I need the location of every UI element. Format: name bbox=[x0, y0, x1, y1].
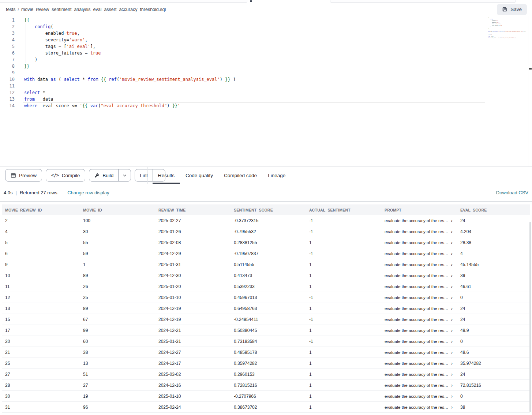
expand-prompt-icon[interactable]: › bbox=[451, 361, 453, 366]
cell: 21 bbox=[2, 350, 80, 355]
expand-prompt-icon[interactable]: › bbox=[451, 273, 453, 278]
expand-prompt-icon[interactable]: › bbox=[451, 339, 453, 344]
code-line[interactable]: where eval_score <= '{{ var("eval_accura… bbox=[488, 37, 528, 39]
code-line[interactable]: ) bbox=[24, 56, 236, 63]
code-content[interactable]: {{ config( enabled=true, severity='warn'… bbox=[24, 17, 236, 109]
tab-results[interactable]: Results bbox=[153, 167, 180, 184]
expand-prompt-icon[interactable]: › bbox=[451, 251, 453, 256]
expand-prompt-icon[interactable]: › bbox=[451, 295, 453, 300]
table-row: 12252025-01-100.45967013-1evaluate the a… bbox=[2, 292, 530, 303]
build-button[interactable]: Build bbox=[89, 169, 118, 181]
expand-prompt-icon[interactable]: › bbox=[451, 372, 453, 377]
prompt-cell[interactable]: evaluate the accuracy of the res…› bbox=[382, 317, 457, 322]
code-line[interactable] bbox=[24, 83, 236, 89]
code-line[interactable]: where eval_score <= '{{ var("eval_accura… bbox=[24, 102, 236, 109]
editor-minimap[interactable]: {{ config( enabled=true, severity='warn'… bbox=[488, 17, 528, 39]
code-line[interactable]: {{ bbox=[24, 17, 236, 23]
results-scrollbar-thumb[interactable] bbox=[529, 222, 531, 412]
tab-lineage[interactable]: Lineage bbox=[262, 167, 291, 184]
editor-scrollbar-thumb[interactable] bbox=[529, 68, 532, 70]
code-editor[interactable]: 1234567891011121314 {{ config( enabled=t… bbox=[0, 16, 532, 167]
expand-prompt-icon[interactable]: › bbox=[451, 284, 453, 289]
expand-prompt-icon[interactable]: › bbox=[451, 328, 453, 333]
prompt-cell[interactable]: evaluate the accuracy of the res…› bbox=[382, 405, 457, 410]
prompt-cell[interactable]: evaluate the accuracy of the res…› bbox=[382, 251, 457, 256]
expand-prompt-icon[interactable]: › bbox=[451, 383, 453, 388]
code-line[interactable]: }} bbox=[24, 63, 236, 70]
status-separator: | bbox=[16, 190, 17, 195]
toolbar-divider bbox=[147, 167, 148, 184]
line-number: 5 bbox=[0, 43, 15, 50]
code-line[interactable]: select * bbox=[24, 89, 236, 96]
build-dropdown-button[interactable] bbox=[118, 169, 131, 181]
cell: 0.5114555 bbox=[231, 262, 306, 267]
column-header-review_time[interactable]: REVIEW_TIME bbox=[156, 208, 231, 212]
column-header-sentiment_score[interactable]: SENTIMENT_SCORE bbox=[231, 208, 306, 212]
build-label: Build bbox=[102, 173, 113, 178]
prompt-text: evaluate the accuracy of the res… bbox=[385, 273, 449, 278]
column-header-prompt[interactable]: PROMPT bbox=[382, 208, 457, 212]
prompt-cell[interactable]: evaluate the accuracy of the res…› bbox=[382, 218, 457, 223]
column-header-movie_review_id[interactable]: MOVIE_REVIEW_ID bbox=[2, 208, 80, 212]
compile-button[interactable]: </> Compile bbox=[46, 169, 85, 182]
save-button[interactable]: Save bbox=[497, 4, 527, 15]
tab-code-quality[interactable]: Code quality bbox=[180, 167, 218, 184]
prompt-cell[interactable]: evaluate the accuracy of the res…› bbox=[382, 273, 457, 278]
prompt-cell[interactable]: evaluate the accuracy of the res…› bbox=[382, 295, 457, 300]
cell: 89 bbox=[80, 306, 156, 311]
prompt-cell[interactable]: evaluate the accuracy of the res…› bbox=[382, 306, 457, 311]
expand-prompt-icon[interactable]: › bbox=[451, 229, 453, 234]
code-line[interactable]: store_failures = true bbox=[24, 50, 236, 56]
prompt-cell[interactable]: evaluate the accuracy of the res…› bbox=[382, 372, 457, 377]
download-csv-link[interactable]: Download CSV bbox=[496, 190, 528, 195]
table-row: 21002025-02-27-0.37372315-1evaluate the … bbox=[2, 215, 530, 226]
tab-compiled-code[interactable]: Compiled code bbox=[218, 167, 262, 184]
line-number: 3 bbox=[0, 30, 15, 37]
column-header-eval_score[interactable]: EVAL_SCORE bbox=[457, 208, 530, 212]
code-line[interactable]: tags = ['ai_eval'], bbox=[24, 43, 236, 50]
cell: 2025-02-24 bbox=[156, 405, 231, 410]
prompt-cell[interactable]: evaluate the accuracy of the res…› bbox=[382, 328, 457, 333]
prompt-cell[interactable]: evaluate the accuracy of the res…› bbox=[382, 339, 457, 344]
expand-prompt-icon[interactable]: › bbox=[451, 306, 453, 311]
prompt-cell[interactable]: evaluate the accuracy of the res…› bbox=[382, 229, 457, 234]
code-line[interactable]: severity='warn', bbox=[24, 37, 236, 43]
code-line[interactable]: enabled=true, bbox=[24, 30, 236, 37]
expand-prompt-icon[interactable]: › bbox=[451, 350, 453, 355]
cell: 2025-01-31 bbox=[156, 262, 231, 267]
cell: 2024-12-21 bbox=[156, 328, 231, 333]
cell: 2024-12-16 bbox=[156, 383, 231, 388]
prompt-cell[interactable]: evaluate the accuracy of the res…› bbox=[382, 240, 457, 245]
cell: 30 bbox=[80, 229, 156, 234]
table-row: 6592024-12-29-0.19507837-1evaluate the a… bbox=[2, 248, 530, 259]
column-header-actual_sentiment[interactable]: ACTUAL_SENTIMENT bbox=[306, 208, 382, 212]
cell: 20 bbox=[2, 339, 80, 344]
lint-button[interactable]: Lint bbox=[135, 169, 153, 181]
prompt-cell[interactable]: evaluate the accuracy of the res…› bbox=[382, 350, 457, 355]
action-bar: Preview </> Compile Build bbox=[0, 167, 532, 184]
cell: 0.50380445 bbox=[231, 328, 306, 333]
prompt-cell[interactable]: evaluate the accuracy of the res…› bbox=[382, 361, 457, 366]
prompt-text: evaluate the accuracy of the res… bbox=[385, 394, 449, 399]
preview-button[interactable]: Preview bbox=[5, 169, 42, 182]
code-line[interactable]: config( bbox=[24, 23, 236, 30]
column-header-movie_id[interactable]: MOVIE_ID bbox=[80, 208, 156, 212]
expand-prompt-icon[interactable]: › bbox=[451, 262, 453, 267]
expand-prompt-icon[interactable]: › bbox=[451, 405, 453, 410]
line-number: 10 bbox=[0, 76, 15, 83]
expand-prompt-icon[interactable]: › bbox=[451, 240, 453, 245]
code-line[interactable]: from data bbox=[24, 96, 236, 102]
breadcrumb-dir[interactable]: tests bbox=[6, 7, 15, 12]
code-line[interactable] bbox=[24, 70, 236, 76]
expand-prompt-icon[interactable]: › bbox=[451, 317, 453, 322]
change-row-display-link[interactable]: Change row display bbox=[67, 190, 109, 195]
prompt-cell[interactable]: evaluate the accuracy of the res…› bbox=[382, 262, 457, 267]
code-line[interactable]: with data as ( select * from {{ ref('mov… bbox=[488, 31, 528, 33]
expand-prompt-icon[interactable]: › bbox=[451, 218, 453, 223]
prompt-cell[interactable]: evaluate the accuracy of the res…› bbox=[382, 284, 457, 289]
line-number: 9 bbox=[0, 70, 15, 76]
prompt-cell[interactable]: evaluate the accuracy of the res…› bbox=[382, 394, 457, 399]
code-line[interactable]: with data as ( select * from {{ ref('mov… bbox=[24, 76, 236, 83]
expand-prompt-icon[interactable]: › bbox=[451, 394, 453, 399]
prompt-cell[interactable]: evaluate the accuracy of the res…› bbox=[382, 383, 457, 388]
